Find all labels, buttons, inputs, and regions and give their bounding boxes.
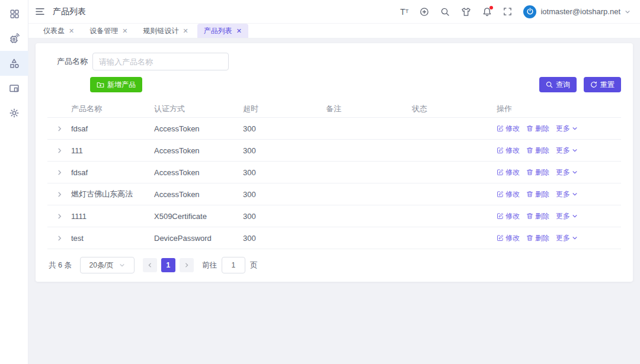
cell-timeout: 300: [243, 124, 326, 133]
tab-close-icon[interactable]: ✕: [69, 28, 74, 34]
more-link[interactable]: 更多: [556, 233, 578, 243]
column-timeout: 超时: [243, 104, 326, 114]
more-link[interactable]: 更多: [556, 146, 578, 156]
expand-row-icon[interactable]: [56, 169, 63, 176]
delete-link[interactable]: 删除: [526, 146, 549, 156]
edit-link[interactable]: 修改: [497, 146, 520, 156]
more-label: 更多: [556, 167, 570, 178]
circle-plus-icon[interactable]: [420, 7, 429, 17]
search-button[interactable]: 查询: [539, 77, 577, 92]
expand-row-icon[interactable]: [56, 213, 63, 220]
search-icon[interactable]: [440, 7, 450, 17]
cell-timeout: 300: [243, 212, 326, 221]
prev-page-button[interactable]: [143, 258, 157, 272]
cell-product-name: fdsaf: [71, 124, 154, 133]
add-product-button[interactable]: 新增产品: [90, 77, 142, 92]
cell-auth-method: DevicePassword: [154, 234, 243, 243]
tab-dashboard[interactable]: 仪表盘 ✕: [37, 24, 81, 38]
tab-device-management[interactable]: 设备管理 ✕: [83, 24, 134, 38]
menu-toggle-icon[interactable]: [36, 8, 44, 15]
delete-label: 删除: [535, 233, 549, 243]
column-status: 状态: [412, 104, 497, 114]
sidebar-item-settings[interactable]: [0, 101, 28, 125]
more-link[interactable]: 更多: [556, 211, 578, 221]
page-1-button[interactable]: 1: [161, 258, 175, 272]
search-form: 产品名称: [47, 53, 621, 70]
column-auth-method: 认证方式: [154, 104, 243, 114]
tab-label: 仪表盘: [43, 26, 65, 36]
more-link[interactable]: 更多: [556, 124, 578, 134]
chevron-down-icon: [119, 262, 125, 268]
main-area: 产品列表 TT: [28, 0, 640, 364]
expand-row-icon[interactable]: [56, 147, 63, 154]
edit-label: 修改: [505, 167, 520, 178]
tab-bar: 仪表盘 ✕ 设备管理 ✕ 规则链设计 ✕ 产品列表 ✕: [28, 24, 640, 38]
chevron-down-icon: [572, 125, 578, 131]
edit-link[interactable]: 修改: [497, 189, 520, 199]
sidebar-item-products[interactable]: [0, 51, 28, 76]
expand-row-icon[interactable]: [56, 191, 63, 198]
query-buttons: 查询 重置: [539, 77, 621, 92]
delete-link[interactable]: 删除: [526, 124, 549, 134]
expand-row-icon[interactable]: [56, 235, 63, 241]
theme-shirt-icon[interactable]: [461, 7, 471, 17]
tab-close-icon[interactable]: ✕: [122, 28, 127, 34]
total-count: 共 6 条: [49, 260, 72, 270]
table-row: fdsaf AccessToken 300 修改 删除 更多: [47, 118, 621, 140]
tab-label: 规则链设计: [143, 26, 178, 36]
reset-label: 重置: [600, 81, 615, 88]
more-link[interactable]: 更多: [556, 189, 578, 199]
edit-link[interactable]: 修改: [497, 211, 520, 221]
chevron-left-icon: [147, 262, 153, 268]
goto-label: 前往: [202, 260, 217, 270]
delete-link[interactable]: 删除: [526, 167, 549, 178]
tab-label: 产品列表: [204, 26, 232, 36]
cell-timeout: 300: [243, 146, 326, 155]
edit-icon: [497, 212, 504, 220]
row-actions: 修改 删除 更多: [497, 233, 621, 243]
user-menu[interactable]: iotmaster@iotsharp.net: [523, 5, 631, 18]
notifications-bell-icon[interactable]: [482, 7, 492, 17]
edit-link[interactable]: 修改: [497, 124, 520, 134]
table-row: fdsaf AccessToken 300 修改 删除 更多: [47, 162, 621, 183]
edit-icon: [497, 234, 504, 241]
tab-close-icon[interactable]: ✕: [183, 28, 188, 34]
more-link[interactable]: 更多: [556, 167, 578, 178]
cell-auth-method: X509Certificate: [154, 212, 243, 221]
sidebar-item-dashboard[interactable]: [0, 1, 28, 26]
table-row: test DevicePassword 300 修改 删除 更多: [47, 227, 621, 249]
app-window: 产品列表 TT: [0, 0, 640, 364]
tab-rule-chain-design[interactable]: 规则链设计 ✕: [136, 24, 194, 38]
monitor-widget-icon: [8, 82, 20, 94]
cell-product-name: 111: [71, 146, 154, 155]
topbar-actions: TT: [400, 5, 631, 18]
page-size-select[interactable]: 20条/页: [80, 257, 135, 273]
delete-label: 删除: [535, 146, 549, 156]
gear-icon: [8, 107, 20, 119]
edit-label: 修改: [505, 146, 520, 156]
tab-product-list[interactable]: 产品列表 ✕: [197, 24, 248, 38]
product-name-input[interactable]: [92, 53, 229, 70]
edit-link[interactable]: 修改: [497, 233, 520, 243]
product-list-card: 产品名称 新增产品: [36, 43, 633, 282]
edit-link[interactable]: 修改: [497, 167, 520, 178]
sidebar: [0, 0, 28, 364]
font-size-icon[interactable]: TT: [400, 8, 408, 16]
reset-button[interactable]: 重置: [584, 77, 621, 92]
row-actions: 修改 删除 更多: [497, 167, 621, 178]
goto-page-input[interactable]: [222, 257, 245, 273]
delete-link[interactable]: 删除: [526, 211, 549, 221]
delete-link[interactable]: 删除: [526, 189, 549, 199]
next-page-button[interactable]: [180, 258, 194, 272]
fullscreen-icon[interactable]: [503, 7, 512, 16]
search-label: 查询: [556, 81, 570, 88]
delete-link[interactable]: 删除: [526, 233, 549, 243]
refresh-icon: [590, 81, 597, 88]
expand-row-icon[interactable]: [56, 125, 63, 132]
column-actions: 操作: [497, 104, 621, 114]
sidebar-item-devices[interactable]: [0, 26, 28, 51]
trash-icon: [526, 212, 533, 220]
tab-close-icon[interactable]: ✕: [236, 28, 242, 34]
row-actions: 修改 删除 更多: [497, 211, 621, 221]
sidebar-item-rules[interactable]: [0, 76, 28, 101]
